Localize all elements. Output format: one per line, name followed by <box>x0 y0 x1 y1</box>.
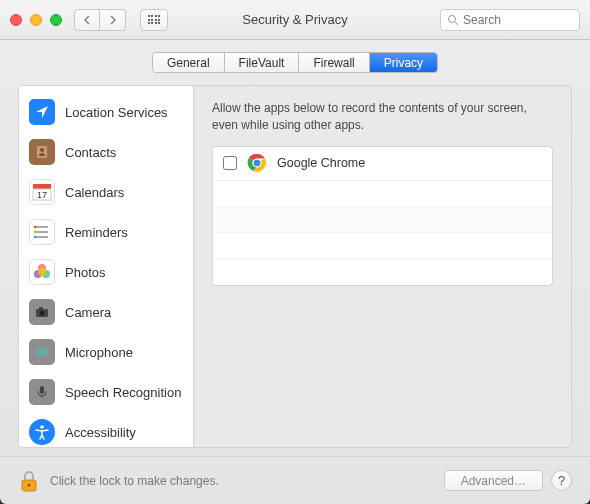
chevron-right-icon <box>109 15 117 25</box>
app-row[interactable]: Google Chrome <box>213 147 552 181</box>
sidebar-label: Calendars <box>65 185 124 200</box>
accessibility-icon <box>29 419 55 445</box>
privacy-sidebar: Location Services Contacts 17 Calendars … <box>19 86 194 447</box>
svg-rect-24 <box>44 349 45 355</box>
reminders-icon <box>29 219 55 245</box>
sidebar-label: Accessibility <box>65 425 136 440</box>
sidebar-label: Photos <box>65 265 105 280</box>
tab-bar: General FileVault Firewall Privacy <box>0 40 590 79</box>
nav-buttons <box>74 9 126 31</box>
svg-point-0 <box>449 15 456 22</box>
svg-rect-21 <box>38 348 39 356</box>
search-field[interactable] <box>440 9 580 31</box>
lock-icon <box>18 468 40 494</box>
camera-icon <box>29 299 55 325</box>
sidebar-label: Reminders <box>65 225 128 240</box>
forward-button[interactable] <box>100 9 126 31</box>
svg-point-3 <box>40 148 44 152</box>
show-all-button[interactable] <box>140 9 168 31</box>
sidebar-item-accessibility[interactable]: Accessibility <box>19 412 193 447</box>
content-area: Allow the apps below to record the conte… <box>194 86 571 447</box>
svg-rect-26 <box>40 386 44 394</box>
tabs: General FileVault Firewall Privacy <box>152 52 438 73</box>
tab-general[interactable]: General <box>153 53 225 72</box>
advanced-button[interactable]: Advanced… <box>444 470 543 491</box>
lock-button[interactable] <box>18 468 40 494</box>
svg-point-12 <box>34 236 37 239</box>
sidebar-item-contacts[interactable]: Contacts <box>19 132 193 172</box>
chevron-left-icon <box>83 15 91 25</box>
sidebar-item-calendars[interactable]: 17 Calendars <box>19 172 193 212</box>
chrome-icon <box>247 153 267 173</box>
svg-rect-25 <box>46 348 47 356</box>
sidebar-label: Camera <box>65 305 111 320</box>
sidebar-label: Location Services <box>65 105 168 120</box>
app-name: Google Chrome <box>277 156 365 170</box>
tab-filevault[interactable]: FileVault <box>225 53 300 72</box>
close-icon[interactable] <box>10 14 22 26</box>
svg-text:17: 17 <box>37 190 47 200</box>
svg-rect-4 <box>33 184 51 189</box>
back-button[interactable] <box>74 9 100 31</box>
sidebar-label: Speech Recognition <box>65 385 181 400</box>
help-button[interactable]: ? <box>551 470 572 491</box>
sidebar-item-camera[interactable]: Camera <box>19 292 193 332</box>
preferences-window: Security & Privacy General FileVault Fir… <box>0 0 590 504</box>
svg-point-16 <box>38 268 46 276</box>
search-input[interactable] <box>463 13 573 27</box>
main-panel: Location Services Contacts 17 Calendars … <box>18 85 572 448</box>
speech-icon <box>29 379 55 405</box>
search-icon <box>447 14 459 26</box>
zoom-icon[interactable] <box>50 14 62 26</box>
footer: Click the lock to make changes. Advanced… <box>0 456 590 504</box>
sidebar-label: Microphone <box>65 345 133 360</box>
empty-row <box>213 233 552 259</box>
app-checkbox[interactable] <box>223 156 237 170</box>
location-icon <box>29 99 55 125</box>
titlebar: Security & Privacy <box>0 0 590 40</box>
app-list: Google Chrome <box>212 146 553 286</box>
contacts-icon <box>29 139 55 165</box>
svg-point-10 <box>34 226 37 229</box>
svg-point-18 <box>40 311 45 316</box>
photos-icon <box>29 259 55 285</box>
empty-row <box>213 181 552 207</box>
microphone-icon <box>29 339 55 365</box>
lock-text: Click the lock to make changes. <box>50 474 219 488</box>
sidebar-item-photos[interactable]: Photos <box>19 252 193 292</box>
sidebar-item-microphone[interactable]: Microphone <box>19 332 193 372</box>
grid-icon <box>148 15 161 24</box>
svg-point-28 <box>40 425 44 429</box>
svg-rect-20 <box>36 350 37 354</box>
svg-rect-22 <box>40 349 41 355</box>
sidebar-item-speech[interactable]: Speech Recognition <box>19 372 193 412</box>
sidebar-item-location[interactable]: Location Services <box>19 92 193 132</box>
svg-rect-23 <box>42 347 43 357</box>
sidebar-label: Contacts <box>65 145 116 160</box>
tab-privacy[interactable]: Privacy <box>370 53 437 72</box>
minimize-icon[interactable] <box>30 14 42 26</box>
window-controls <box>10 14 62 26</box>
sidebar-item-reminders[interactable]: Reminders <box>19 212 193 252</box>
svg-point-33 <box>28 483 31 486</box>
svg-rect-19 <box>39 307 43 309</box>
svg-line-1 <box>455 22 458 25</box>
empty-row <box>213 207 552 233</box>
svg-point-11 <box>34 231 37 234</box>
content-description: Allow the apps below to record the conte… <box>212 100 553 134</box>
calendar-icon: 17 <box>29 179 55 205</box>
tab-firewall[interactable]: Firewall <box>299 53 369 72</box>
